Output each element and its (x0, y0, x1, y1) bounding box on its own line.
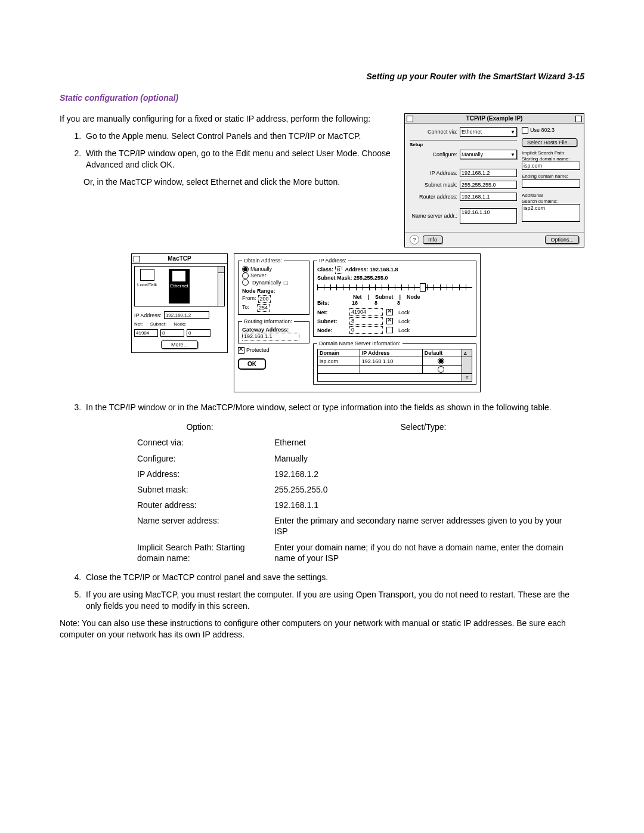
obtain-address-fieldset: Obtain Address: Manually Server Dynamica… (238, 258, 309, 315)
mactcp-more-window: Obtain Address: Manually Server Dynamica… (234, 253, 481, 392)
options-table: Option:Select/Type: Connect via:Ethernet… (137, 419, 584, 566)
bits-subnet: 8 (374, 300, 391, 306)
mw-node-input[interactable]: 0 (349, 326, 383, 334)
bits-label: Bits: (317, 300, 346, 306)
val-subnet: 255.255.255.0 (274, 482, 584, 497)
subnet-lock-label: Lock (398, 318, 410, 324)
protected-checkbox[interactable] (238, 347, 244, 354)
dns-table: DomainIP AddressDefault▵ isp.com192.168.… (317, 349, 472, 382)
radio-dynamic[interactable] (242, 279, 249, 286)
hdr-subnet: Subnet (375, 294, 394, 300)
starting-domain-label: Starting domain name: (522, 156, 580, 162)
subnet-slider[interactable] (317, 283, 472, 292)
mw-subnet-input[interactable]: 8 (349, 317, 383, 325)
class-input[interactable]: B (335, 266, 342, 274)
net-input[interactable]: 41904 (134, 329, 158, 337)
bits-net: 16 (352, 300, 369, 306)
opts-header-value: Select/Type: (274, 419, 584, 435)
opt-connect-via: Connect via: (137, 435, 274, 450)
val-connect-via: Ethernet (274, 435, 584, 450)
dns-h-domain: Domain (318, 349, 360, 357)
node-range-label: Node Range: (242, 288, 305, 294)
radio-server[interactable] (242, 272, 249, 279)
zoom-icon[interactable] (575, 116, 582, 122)
close-icon[interactable] (134, 256, 140, 262)
ip-input[interactable]: 192.168.1.2 (460, 169, 517, 177)
subnet-input[interactable]: 8 (160, 329, 184, 337)
net-lock-checkbox[interactable] (386, 309, 393, 315)
opt-nameserver: Name server address: (137, 513, 274, 539)
connect-via-value: Ethernet (462, 129, 482, 135)
setup-section: Setup (410, 140, 517, 147)
opt-subnet: Subnet mask: (137, 482, 274, 497)
step-4: Close the TCP/IP or MacTCP control panel… (83, 572, 584, 583)
tcpip-window: TCP/IP (Example IP) Connect via: Etherne… (404, 113, 584, 247)
scrollbar[interactable] (218, 267, 224, 306)
dns-scroll-up[interactable]: ▵ (462, 349, 472, 357)
network-icon-pane: LocalTalk Ethernet (134, 266, 225, 306)
router-input[interactable]: 192.168.1.1 (460, 193, 517, 201)
to-input[interactable]: 254 (257, 304, 270, 312)
close-icon[interactable] (407, 116, 413, 122)
routing-legend: Routing Information: (242, 318, 294, 324)
radio-dynamic-label: Dynamically (252, 280, 281, 286)
routing-fieldset: Routing Information: Gateway Address: 19… (238, 318, 309, 343)
node-lock-checkbox[interactable] (386, 327, 393, 333)
mactcp-ip-label: IP Address: (134, 312, 162, 318)
dns-ip-input-2[interactable] (360, 366, 422, 374)
mactcp-ip-input[interactable]: 192.168.1.2 (164, 311, 209, 319)
info-button[interactable]: Info (423, 236, 442, 244)
use-8023-checkbox[interactable] (522, 127, 528, 134)
from-input[interactable]: 200 (258, 295, 271, 303)
to-label: To: (242, 304, 249, 312)
more-button[interactable]: More... (161, 340, 198, 349)
implicit-label: Implicit Search Path: (522, 150, 580, 156)
tcpip-window-title: TCP/IP (Example IP) (405, 114, 584, 123)
intro-text: If you are manually configuring for a fi… (60, 113, 392, 125)
dns-domain-input-2[interactable] (318, 366, 360, 374)
opt-router: Router address: (137, 497, 274, 513)
search-domains-input[interactable]: isp2.com (522, 204, 580, 222)
select-hosts-button[interactable]: Select Hosts File... (522, 138, 577, 147)
dns-scroll-down[interactable]: ▿ (462, 374, 472, 382)
dns-default-radio-1[interactable] (438, 358, 444, 364)
step-1: Go to the Apple menu. Select Control Pan… (83, 131, 392, 142)
opt-configure: Configure: (137, 451, 274, 466)
val-nameserver: Enter the primary and secondary name ser… (274, 513, 584, 539)
ending-domain-label: Ending domain name: (522, 174, 580, 179)
gateway-input[interactable]: 192.168.1.1 (242, 333, 299, 340)
configure-dropdown[interactable]: Manually ▼ (460, 150, 517, 159)
lock-icon: ⬚ (283, 280, 289, 286)
dns-ip-input[interactable]: 192.168.1.10 (360, 357, 422, 366)
ok-button[interactable]: OK (238, 358, 266, 370)
subnet-lock-checkbox[interactable] (386, 318, 393, 324)
bits-node: 8 (397, 300, 400, 306)
val-configure: Manually (274, 451, 584, 466)
step-3: In the TCP/IP window or in the MacTCP/Mo… (83, 402, 584, 413)
help-icon[interactable]: ? (410, 235, 419, 244)
mw-subnet-label: Subnet: (317, 318, 346, 324)
options-button[interactable]: Options... (545, 236, 579, 244)
dns-default-radio-2[interactable] (438, 366, 444, 373)
node-lock-label: Lock (398, 327, 410, 333)
ns-label: Name server addr.: (410, 213, 457, 219)
connect-via-dropdown[interactable]: Ethernet ▼ (460, 127, 517, 137)
dns-scrollbar[interactable] (462, 357, 472, 374)
class-label: Class: (317, 267, 333, 272)
mw-net-input[interactable]: 41904 (349, 308, 383, 316)
ns-input[interactable]: 192.16.1.10 (460, 208, 517, 224)
net-lock-label: Lock (398, 309, 410, 315)
use-8023-label: Use 802.3 (530, 127, 555, 133)
node-input[interactable]: 0 (187, 329, 210, 337)
net-label: Net: (134, 321, 143, 327)
localtalk-icon[interactable]: LocalTalk (137, 269, 157, 304)
ending-domain-input[interactable] (522, 179, 580, 188)
subnet-input[interactable]: 255.255.255.0 (460, 181, 517, 189)
ethernet-icon[interactable]: Ethernet (169, 269, 189, 304)
chevron-down-icon: ▼ (510, 129, 515, 135)
starting-domain-input[interactable]: isp.com (522, 162, 580, 170)
val-ip: 192.168.1.2 (274, 466, 584, 482)
radio-manually[interactable] (242, 266, 249, 272)
dns-domain-input[interactable]: isp.com (318, 357, 360, 366)
opts-header-option: Option: (137, 419, 274, 435)
